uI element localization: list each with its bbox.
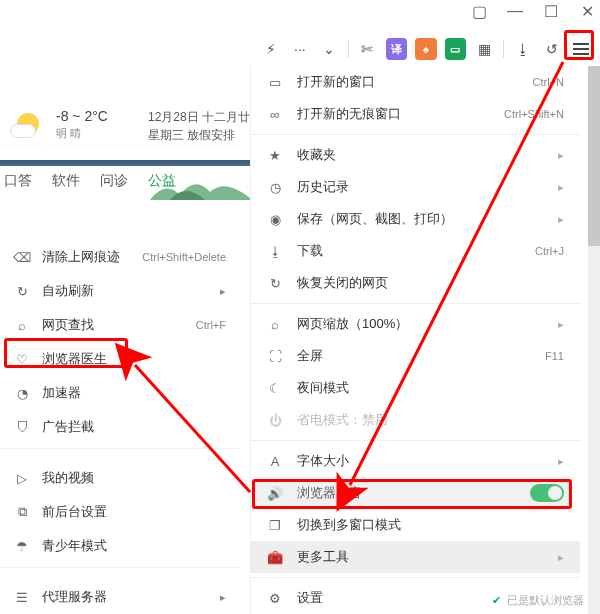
shortcut-label: Ctrl+F <box>196 319 226 331</box>
chevron-right-icon: ▸ <box>220 591 226 604</box>
item-label: 加速器 <box>42 384 81 402</box>
download-icon: ⭳ <box>267 243 283 259</box>
item-label: 全屏 <box>297 347 323 365</box>
scrollbar-thumb[interactable] <box>588 66 600 246</box>
gear-icon: ⚙ <box>267 590 283 606</box>
extension-icon[interactable]: ▢ <box>472 4 486 18</box>
annotation-fill <box>255 482 569 506</box>
date-line2: 星期三 放假安排 <box>148 126 250 144</box>
shortcut-label: Ctrl+J <box>535 245 564 257</box>
umbrella-icon: ☂ <box>14 538 30 554</box>
server-icon: ☰ <box>14 589 30 605</box>
window-icon: ▭ <box>267 74 283 90</box>
item-label: 字体大小 <box>297 452 349 470</box>
divider <box>348 40 349 58</box>
favorites-item[interactable]: ★收藏夹▸ <box>251 139 580 171</box>
status-label: 已是默认浏览器 <box>507 593 584 608</box>
close-button[interactable]: ✕ <box>580 4 594 18</box>
menu-divider <box>251 303 580 304</box>
tab-software[interactable]: 软件 <box>52 172 80 190</box>
downloads-item[interactable]: ⭳下载Ctrl+J <box>251 235 580 267</box>
fullscreen-item[interactable]: ⛶全屏F11 <box>251 340 580 372</box>
ad-block-item[interactable]: ⛉广告拦截 <box>0 410 240 444</box>
toolbar: ⚡︎ ··· ⌄ ✄ 译 ♠ ▭ ▦ ⭳ ↺ <box>260 34 592 64</box>
decorative-bar <box>0 160 250 166</box>
scissors-icon[interactable]: ✄ <box>357 38 378 60</box>
date-line1: 12月28日 十二月廿 <box>148 108 250 126</box>
chevron-right-icon: ▸ <box>558 181 564 194</box>
weather-condition: 明 晴 <box>56 126 108 141</box>
weather-widget[interactable]: -8 ~ 2°C 明 晴 <box>8 104 108 144</box>
auto-refresh-item[interactable]: ↻自动刷新▸ <box>0 274 240 308</box>
shortcut-label: Ctrl+N <box>533 76 564 88</box>
check-icon: ✔ <box>492 594 501 607</box>
accelerator-item[interactable]: ◔加速器 <box>0 376 240 410</box>
shield-icon: ⛉ <box>14 419 30 435</box>
plug-icon: ⏻ <box>267 412 283 428</box>
item-label: 保存（网页、截图、打印） <box>297 210 453 228</box>
tab-answer[interactable]: 口答 <box>4 172 32 190</box>
hamburger-menu-button[interactable] <box>571 38 592 60</box>
chevron-down-icon[interactable]: ⌄ <box>319 38 340 60</box>
broom-icon: ⌫ <box>14 249 30 265</box>
item-label: 更多工具 <box>297 548 349 566</box>
default-browser-status: ✔ 已是默认浏览器 <box>492 593 584 608</box>
item-label: 夜间模式 <box>297 379 349 397</box>
save-page-item[interactable]: ◉保存（网页、截图、打印）▸ <box>251 203 580 235</box>
incognito-window-item[interactable]: ∞打开新的无痕窗口Ctrl+Shift+N <box>251 98 580 130</box>
date-widget: 12月28日 十二月廿 星期三 放假安排 <box>148 108 250 144</box>
new-window-item[interactable]: ▭打开新的窗口Ctrl+N <box>251 66 580 98</box>
chevron-right-icon: ▸ <box>220 285 226 298</box>
item-label: 打开新的窗口 <box>297 73 375 91</box>
my-videos-item[interactable]: ▷我的视频 <box>0 461 240 495</box>
layers-icon: ⧉ <box>14 504 30 520</box>
clear-browsing-data-item[interactable]: ⌫清除上网痕迹Ctrl+Shift+Delete <box>0 240 240 274</box>
font-size-item[interactable]: A字体大小▸ <box>251 445 580 477</box>
translate-button[interactable]: 译 <box>386 38 407 60</box>
item-label: 前后台设置 <box>42 503 107 521</box>
bolt-icon[interactable]: ⚡︎ <box>260 38 281 60</box>
multi-window-item[interactable]: ❐切换到多窗口模式 <box>251 509 580 541</box>
item-label: 历史记录 <box>297 178 349 196</box>
star-icon: ★ <box>267 147 283 163</box>
item-label: 收藏夹 <box>297 146 336 164</box>
item-label: 青少年模式 <box>42 537 107 555</box>
more-dots-icon[interactable]: ··· <box>289 38 310 60</box>
proxy-server-item[interactable]: ☰代理服务器▸ <box>0 580 240 614</box>
item-label: 广告拦截 <box>42 418 94 436</box>
browser-doctor-item[interactable]: ♡浏览器医生 <box>0 342 240 376</box>
item-label: 打开新的无痕窗口 <box>297 105 401 123</box>
minimize-button[interactable]: — <box>508 4 522 18</box>
shortcut-label: F11 <box>545 350 564 362</box>
chevron-right-icon: ▸ <box>558 213 564 226</box>
item-label: 恢复关闭的网页 <box>297 274 388 292</box>
menu-divider <box>251 134 580 135</box>
tab-consult[interactable]: 问诊 <box>100 172 128 190</box>
item-label: 切换到多窗口模式 <box>297 516 401 534</box>
undo-icon[interactable]: ↺ <box>541 38 562 60</box>
game-button[interactable]: ♠ <box>415 38 436 60</box>
grid-icon[interactable]: ▦ <box>474 38 495 60</box>
main-dropdown-menu: ▭打开新的窗口Ctrl+N ∞打开新的无痕窗口Ctrl+Shift+N ★收藏夹… <box>250 66 580 614</box>
maximize-button[interactable]: ☐ <box>544 4 558 18</box>
item-label: 网页缩放（100%） <box>297 315 408 333</box>
find-in-page-item[interactable]: ⌕网页查找Ctrl+F <box>0 308 240 342</box>
toolbox-icon: 🧰 <box>267 549 283 565</box>
download-icon[interactable]: ⭳ <box>512 38 533 60</box>
item-label: 我的视频 <box>42 469 94 487</box>
heart-icon: ♡ <box>14 351 30 367</box>
night-mode-item[interactable]: ☾夜间模式 <box>251 372 580 404</box>
youth-mode-item[interactable]: ☂青少年模式 <box>0 529 240 563</box>
zoom-item[interactable]: ⌕网页缩放（100%）▸ <box>251 308 580 340</box>
chevron-right-icon: ▸ <box>558 318 564 331</box>
restore-closed-item[interactable]: ↻恢复关闭的网页 <box>251 267 580 299</box>
more-tools-item[interactable]: 🧰更多工具▸ <box>251 541 580 573</box>
vertical-scrollbar[interactable] <box>588 66 600 614</box>
camera-icon: ◉ <box>267 211 283 227</box>
fgbg-settings-item[interactable]: ⧉前后台设置 <box>0 495 240 529</box>
shortcut-label: Ctrl+Shift+Delete <box>142 251 226 263</box>
item-label: 清除上网痕迹 <box>42 248 120 266</box>
history-item[interactable]: ◷历史记录▸ <box>251 171 580 203</box>
font-icon: A <box>267 453 283 469</box>
book-button[interactable]: ▭ <box>445 38 466 60</box>
